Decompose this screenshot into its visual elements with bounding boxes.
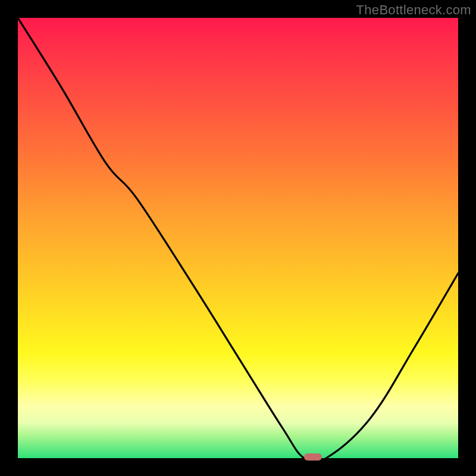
- minimum-marker: [304, 453, 322, 461]
- watermark-text: TheBottleneck.com: [356, 2, 471, 18]
- bottleneck-curve: [18, 18, 458, 458]
